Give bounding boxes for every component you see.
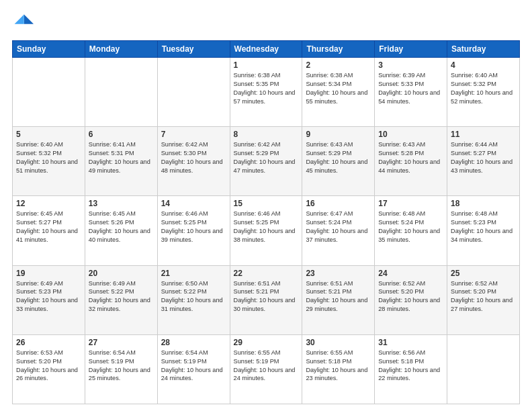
day-number: 15 — [234, 199, 299, 208]
day-cell-23: 23Sunrise: 6:51 AM Sunset: 5:21 PM Dayli… — [302, 265, 375, 334]
col-header-sunday: Sunday — [13, 41, 85, 58]
day-number: 7 — [161, 130, 226, 139]
day-info: Sunrise: 6:41 AM Sunset: 5:31 PM Dayligh… — [89, 140, 154, 175]
day-number: 24 — [378, 269, 443, 278]
week-row-1: 1Sunrise: 6:38 AM Sunset: 5:35 PM Daylig… — [13, 58, 520, 127]
col-header-thursday: Thursday — [302, 41, 375, 58]
day-cell-13: 13Sunrise: 6:45 AM Sunset: 5:26 PM Dayli… — [85, 196, 157, 265]
day-cell-7: 7Sunrise: 6:42 AM Sunset: 5:30 PM Daylig… — [157, 127, 230, 196]
day-number: 26 — [16, 338, 81, 347]
week-row-5: 26Sunrise: 6:53 AM Sunset: 5:20 PM Dayli… — [13, 334, 520, 404]
day-info: Sunrise: 6:40 AM Sunset: 5:32 PM Dayligh… — [16, 140, 81, 175]
day-info: Sunrise: 6:52 AM Sunset: 5:20 PM Dayligh… — [378, 279, 443, 314]
day-cell-3: 3Sunrise: 6:39 AM Sunset: 5:33 PM Daylig… — [375, 58, 447, 127]
day-info: Sunrise: 6:56 AM Sunset: 5:18 PM Dayligh… — [378, 349, 443, 383]
svg-marker-1 — [15, 15, 24, 24]
day-number: 2 — [306, 60, 371, 70]
empty-cell — [13, 58, 85, 127]
day-cell-20: 20Sunrise: 6:49 AM Sunset: 5:22 PM Dayli… — [85, 265, 157, 334]
col-header-tuesday: Tuesday — [157, 41, 230, 58]
day-cell-30: 30Sunrise: 6:55 AM Sunset: 5:18 PM Dayli… — [302, 334, 375, 404]
day-info: Sunrise: 6:50 AM Sunset: 5:22 PM Dayligh… — [161, 279, 226, 314]
week-row-4: 19Sunrise: 6:49 AM Sunset: 5:23 PM Dayli… — [13, 265, 520, 334]
day-info: Sunrise: 6:48 AM Sunset: 5:24 PM Dayligh… — [378, 210, 443, 244]
day-info: Sunrise: 6:45 AM Sunset: 5:27 PM Dayligh… — [16, 210, 81, 244]
day-number: 3 — [378, 60, 443, 70]
day-info: Sunrise: 6:52 AM Sunset: 5:20 PM Dayligh… — [451, 279, 516, 314]
day-cell-10: 10Sunrise: 6:43 AM Sunset: 5:28 PM Dayli… — [375, 127, 447, 196]
calendar-table: SundayMondayTuesdayWednesdayThursdayFrid… — [12, 40, 520, 404]
day-info: Sunrise: 6:48 AM Sunset: 5:23 PM Dayligh… — [451, 210, 516, 244]
day-number: 30 — [306, 338, 371, 347]
col-header-wednesday: Wednesday — [230, 41, 302, 58]
day-info: Sunrise: 6:55 AM Sunset: 5:18 PM Dayligh… — [306, 349, 371, 383]
day-number: 25 — [451, 269, 516, 278]
day-number: 18 — [451, 199, 516, 208]
day-number: 31 — [378, 338, 443, 347]
day-number: 12 — [16, 199, 81, 208]
day-cell-2: 2Sunrise: 6:38 AM Sunset: 5:34 PM Daylig… — [302, 58, 375, 127]
day-cell-4: 4Sunrise: 6:40 AM Sunset: 5:32 PM Daylig… — [447, 58, 520, 127]
header-row: SundayMondayTuesdayWednesdayThursdayFrid… — [13, 41, 520, 58]
day-info: Sunrise: 6:49 AM Sunset: 5:22 PM Dayligh… — [89, 279, 154, 314]
day-number: 20 — [89, 269, 154, 278]
day-number: 6 — [89, 130, 154, 139]
day-info: Sunrise: 6:42 AM Sunset: 5:30 PM Dayligh… — [161, 140, 226, 175]
day-number: 23 — [306, 269, 371, 278]
svg-marker-0 — [24, 15, 34, 24]
day-number: 29 — [234, 338, 299, 347]
day-cell-8: 8Sunrise: 6:42 AM Sunset: 5:29 PM Daylig… — [230, 127, 302, 196]
day-cell-18: 18Sunrise: 6:48 AM Sunset: 5:23 PM Dayli… — [447, 196, 520, 265]
day-cell-24: 24Sunrise: 6:52 AM Sunset: 5:20 PM Dayli… — [375, 265, 447, 334]
day-info: Sunrise: 6:46 AM Sunset: 5:25 PM Dayligh… — [161, 210, 226, 244]
col-header-saturday: Saturday — [447, 41, 520, 58]
day-info: Sunrise: 6:42 AM Sunset: 5:29 PM Dayligh… — [234, 140, 299, 175]
day-cell-19: 19Sunrise: 6:49 AM Sunset: 5:23 PM Dayli… — [13, 265, 85, 334]
day-cell-11: 11Sunrise: 6:44 AM Sunset: 5:27 PM Dayli… — [447, 127, 520, 196]
day-info: Sunrise: 6:54 AM Sunset: 5:19 PM Dayligh… — [89, 349, 154, 383]
day-number: 14 — [161, 199, 226, 208]
col-header-monday: Monday — [85, 41, 157, 58]
day-info: Sunrise: 6:51 AM Sunset: 5:21 PM Dayligh… — [234, 279, 299, 314]
day-number: 16 — [306, 199, 371, 208]
day-info: Sunrise: 6:49 AM Sunset: 5:23 PM Dayligh… — [16, 279, 81, 314]
day-cell-1: 1Sunrise: 6:38 AM Sunset: 5:35 PM Daylig… — [230, 58, 302, 127]
day-number: 21 — [161, 269, 226, 278]
day-info: Sunrise: 6:45 AM Sunset: 5:26 PM Dayligh… — [89, 210, 154, 244]
week-row-2: 5Sunrise: 6:40 AM Sunset: 5:32 PM Daylig… — [13, 127, 520, 196]
day-cell-29: 29Sunrise: 6:55 AM Sunset: 5:19 PM Dayli… — [230, 334, 302, 404]
day-info: Sunrise: 6:43 AM Sunset: 5:29 PM Dayligh… — [306, 140, 371, 175]
day-number: 8 — [234, 130, 299, 139]
day-number: 22 — [234, 269, 299, 278]
day-info: Sunrise: 6:51 AM Sunset: 5:21 PM Dayligh… — [306, 279, 371, 314]
day-cell-22: 22Sunrise: 6:51 AM Sunset: 5:21 PM Dayli… — [230, 265, 302, 334]
empty-cell — [85, 58, 157, 127]
day-cell-17: 17Sunrise: 6:48 AM Sunset: 5:24 PM Dayli… — [375, 196, 447, 265]
day-cell-31: 31Sunrise: 6:56 AM Sunset: 5:18 PM Dayli… — [375, 334, 447, 404]
page: SundayMondayTuesdayWednesdayThursdayFrid… — [0, 0, 532, 411]
day-number: 13 — [89, 199, 154, 208]
day-info: Sunrise: 6:38 AM Sunset: 5:34 PM Dayligh… — [306, 71, 371, 106]
day-cell-9: 9Sunrise: 6:43 AM Sunset: 5:29 PM Daylig… — [302, 127, 375, 196]
day-cell-15: 15Sunrise: 6:46 AM Sunset: 5:25 PM Dayli… — [230, 196, 302, 265]
week-row-3: 12Sunrise: 6:45 AM Sunset: 5:27 PM Dayli… — [13, 196, 520, 265]
day-number: 9 — [306, 130, 371, 139]
empty-cell — [157, 58, 230, 127]
day-number: 10 — [378, 130, 443, 139]
day-cell-16: 16Sunrise: 6:47 AM Sunset: 5:24 PM Dayli… — [302, 196, 375, 265]
day-cell-27: 27Sunrise: 6:54 AM Sunset: 5:19 PM Dayli… — [85, 334, 157, 404]
day-number: 28 — [161, 338, 226, 347]
day-number: 4 — [451, 60, 516, 70]
day-info: Sunrise: 6:43 AM Sunset: 5:28 PM Dayligh… — [378, 140, 443, 175]
day-cell-28: 28Sunrise: 6:54 AM Sunset: 5:19 PM Dayli… — [157, 334, 230, 404]
empty-cell — [447, 334, 520, 404]
day-info: Sunrise: 6:47 AM Sunset: 5:24 PM Dayligh… — [306, 210, 371, 244]
logo — [12, 12, 36, 34]
day-number: 27 — [89, 338, 154, 347]
day-number: 17 — [378, 199, 443, 208]
day-number: 19 — [16, 269, 81, 278]
day-cell-14: 14Sunrise: 6:46 AM Sunset: 5:25 PM Dayli… — [157, 196, 230, 265]
day-info: Sunrise: 6:55 AM Sunset: 5:19 PM Dayligh… — [234, 349, 299, 383]
day-info: Sunrise: 6:46 AM Sunset: 5:25 PM Dayligh… — [234, 210, 299, 244]
col-header-friday: Friday — [375, 41, 447, 58]
